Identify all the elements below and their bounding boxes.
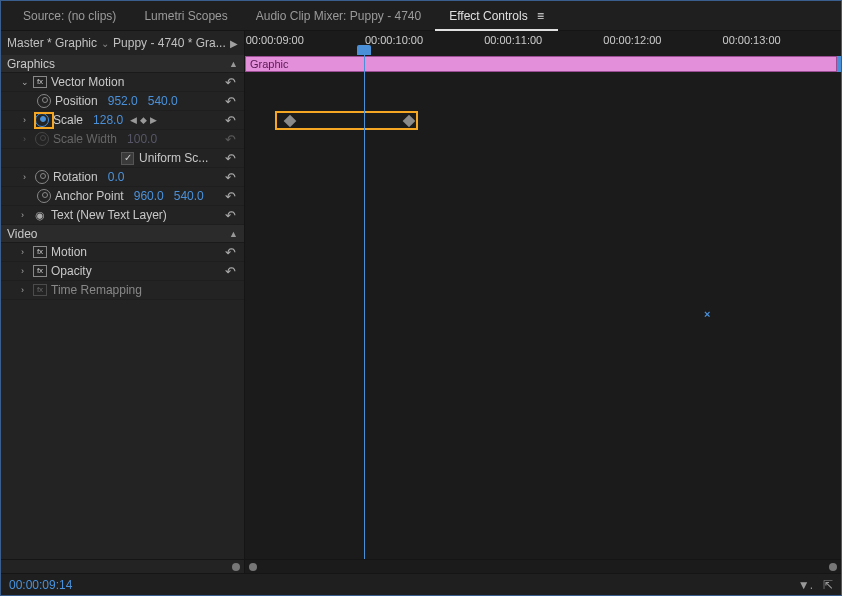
section-graphics[interactable]: Graphics ▲ — [1, 55, 244, 73]
current-timecode[interactable]: 00:00:09:14 — [9, 578, 72, 592]
effect-motion[interactable]: › fx Motion ↶ — [1, 243, 244, 262]
footer-icons: ▼. ⇱ — [798, 578, 833, 592]
sequence-label[interactable]: Puppy - 4740 * Gra... — [113, 36, 226, 50]
master-label: Master * Graphic — [7, 36, 97, 50]
scroll-handle-icon[interactable] — [249, 563, 257, 571]
stopwatch-icon[interactable] — [37, 94, 51, 108]
reset-icon[interactable]: ↶ — [222, 189, 238, 204]
reset-icon[interactable]: ↶ — [222, 113, 238, 128]
twirl-icon[interactable]: › — [21, 266, 33, 276]
timeline-area[interactable]: Graphic × — [245, 55, 841, 559]
tab-label: Effect Controls — [449, 9, 527, 23]
next-keyframe-icon[interactable]: ▶ — [149, 115, 158, 125]
effect-text-layer[interactable]: › ◉ Text (New Text Layer) ↶ — [1, 206, 244, 225]
effect-label: Text (New Text Layer) — [51, 208, 167, 222]
panel-tabs: Source: (no clips) Lumetri Scopes Audio … — [1, 1, 841, 31]
add-keyframe-icon[interactable]: ◆ — [139, 115, 148, 125]
master-clip-selector: Master * Graphic ⌄ Puppy - 4740 * Gra...… — [1, 31, 245, 55]
collapse-icon: ▲ — [229, 59, 238, 69]
reset-icon[interactable]: ↶ — [222, 264, 238, 279]
play-icon[interactable]: ▶ — [230, 38, 238, 49]
keyframe-navigator: ◀ ◆ ▶ — [129, 115, 158, 125]
anchor-x-value[interactable]: 960.0 — [134, 189, 164, 203]
prev-keyframe-icon[interactable]: ◀ — [129, 115, 138, 125]
reset-icon[interactable]: ↶ — [222, 132, 238, 147]
stopwatch-icon[interactable] — [37, 189, 51, 203]
keyframe-diamond[interactable] — [403, 115, 416, 128]
tab-audio-mixer[interactable]: Audio Clip Mixer: Puppy - 4740 — [242, 1, 435, 31]
twirl-icon[interactable]: ⌄ — [21, 77, 33, 87]
clip-label: Graphic — [250, 58, 289, 70]
zoom-scrollbar-left[interactable] — [1, 560, 245, 573]
fx-badge-icon[interactable]: fx — [33, 246, 47, 258]
twirl-icon[interactable]: › — [23, 134, 35, 144]
filter-icon[interactable]: ▼. — [798, 578, 813, 592]
stopwatch-icon[interactable] — [35, 170, 49, 184]
zoom-scrollbar-right[interactable] — [245, 560, 841, 573]
twirl-icon[interactable]: › — [23, 115, 35, 125]
fx-badge-icon[interactable]: fx — [33, 76, 47, 88]
effect-label: Time Remapping — [51, 283, 142, 297]
property-label: Rotation — [53, 170, 98, 184]
playhead-handle[interactable] — [357, 45, 371, 55]
eye-icon[interactable]: ◉ — [33, 209, 47, 222]
marker-x-icon: × — [704, 308, 710, 320]
property-anchor-point: Anchor Point 960.0 540.0 ↶ — [1, 187, 244, 206]
time-ruler[interactable]: 00:00:09:00 00:00:10:00 00:00:11:00 00:0… — [245, 31, 841, 55]
panel-menu-icon[interactable]: ≡ — [537, 9, 544, 23]
keyframe-diamond[interactable] — [283, 115, 296, 128]
reset-icon[interactable]: ↶ — [222, 75, 238, 90]
effect-label: Motion — [51, 245, 87, 259]
stopwatch-icon — [35, 132, 49, 146]
position-y-value[interactable]: 540.0 — [148, 94, 178, 108]
fx-badge-icon: fx — [33, 284, 47, 296]
ruler-tick: 00:00:12:00 — [603, 34, 661, 46]
stopwatch-icon[interactable] — [35, 113, 49, 127]
twirl-icon[interactable]: › — [21, 247, 33, 257]
effect-opacity[interactable]: › fx Opacity ↶ — [1, 262, 244, 281]
property-scale-width: › Scale Width 100.0 ↶ — [1, 130, 244, 149]
rotation-value[interactable]: 0.0 — [108, 170, 125, 184]
reset-icon[interactable]: ↶ — [222, 170, 238, 185]
twirl-icon[interactable]: › — [23, 172, 35, 182]
position-x-value[interactable]: 952.0 — [108, 94, 138, 108]
anchor-y-value[interactable]: 540.0 — [174, 189, 204, 203]
fx-badge-icon[interactable]: fx — [33, 265, 47, 277]
ruler-tick: 00:00:11:00 — [484, 34, 542, 46]
effect-time-remapping[interactable]: › fx Time Remapping — [1, 281, 244, 300]
tab-source[interactable]: Source: (no clips) — [9, 1, 130, 31]
scroll-handle-icon[interactable] — [232, 563, 240, 571]
tab-effect-controls[interactable]: Effect Controls ≡ — [435, 1, 558, 31]
playhead-line — [364, 55, 365, 559]
effect-vector-motion[interactable]: ⌄ fx Vector Motion ↶ — [1, 73, 244, 92]
property-uniform-scale: Uniform Sc... ↶ — [1, 149, 244, 168]
properties-column: Graphics ▲ ⌄ fx Vector Motion ↶ Position… — [1, 55, 245, 559]
property-label: Scale — [53, 113, 83, 127]
panel-footer: 00:00:09:14 ▼. ⇱ — [1, 573, 841, 595]
ruler-tick: 00:00:10:00 — [365, 34, 423, 46]
reset-icon[interactable]: ↶ — [222, 151, 238, 166]
uniform-scale-checkbox[interactable] — [121, 152, 134, 165]
section-video[interactable]: Video ▲ — [1, 225, 244, 243]
scrollbar-row — [1, 559, 841, 573]
scale-width-value: 100.0 — [127, 132, 157, 146]
ruler-tick: 00:00:13:00 — [723, 34, 781, 46]
reset-icon[interactable]: ↶ — [222, 208, 238, 223]
tab-lumetri[interactable]: Lumetri Scopes — [130, 1, 241, 31]
clip-bar[interactable]: Graphic — [245, 56, 837, 72]
reset-icon[interactable]: ↶ — [222, 245, 238, 260]
scale-value[interactable]: 128.0 — [93, 113, 123, 127]
ruler-tick: 00:00:09:00 — [246, 34, 304, 46]
property-rotation: › Rotation 0.0 ↶ — [1, 168, 244, 187]
panel-body: Graphics ▲ ⌄ fx Vector Motion ↶ Position… — [1, 55, 841, 559]
reset-icon[interactable]: ↶ — [222, 94, 238, 109]
property-label: Anchor Point — [55, 189, 124, 203]
property-position: Position 952.0 540.0 ↶ — [1, 92, 244, 111]
property-label: Scale Width — [53, 132, 117, 146]
scroll-handle-icon[interactable] — [829, 563, 837, 571]
twirl-icon[interactable]: › — [21, 210, 33, 220]
export-icon[interactable]: ⇱ — [823, 578, 833, 592]
twirl-icon[interactable]: › — [21, 285, 33, 295]
clip-end-handle[interactable] — [837, 56, 841, 72]
sequence-dropdown-icon[interactable]: ⌄ — [101, 38, 109, 49]
